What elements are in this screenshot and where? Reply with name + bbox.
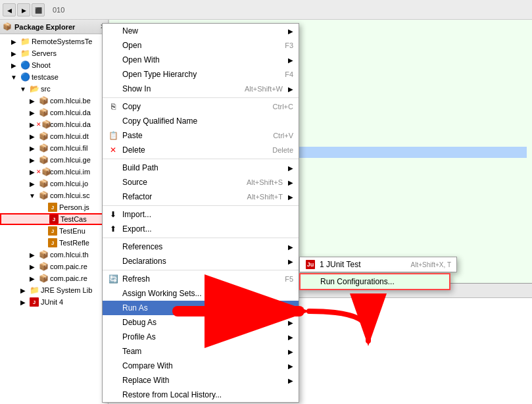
runas-arrow: ▶ [288, 305, 293, 312]
showin-arrow: ▶ [288, 86, 293, 93]
openwith-icon [108, 55, 118, 65]
submenu-runconfig-item[interactable]: Run Configurations... [301, 274, 449, 289]
menu-item-restorefromlocalhistory[interactable]: Restore from Local History... [103, 388, 299, 402]
debugas-icon [108, 317, 118, 328]
menu-item-showin[interactable]: Show In Alt+Shift+W ▶ [103, 82, 299, 96]
restorefromlocalhistory-icon [108, 390, 118, 400]
menu-item-runas[interactable]: Run As ▶ [103, 301, 299, 315]
declarations-icon [108, 256, 118, 266]
refactor-icon [108, 191, 118, 202]
package-icon: 📦 [39, 108, 48, 117]
menu-item-export[interactable]: ⬆ Export... [103, 222, 299, 236]
menu-item-import[interactable]: ⬇ Import... [103, 207, 299, 222]
package-explorer-panel: 📦 Package Explorer ✕ ▶ 📁 RemoteSystemsTe… [0, 20, 109, 404]
separator-4 [103, 238, 299, 238]
menu-item-openwith[interactable]: Open With ▶ [103, 53, 299, 67]
package-icon: 📦 [39, 132, 48, 141]
tree-item-label: TestEnu [59, 227, 85, 235]
tree-item-src[interactable]: ▼ 📂 src [0, 83, 108, 95]
tree-item-label: com.hlcui.th [50, 251, 89, 259]
toolbar-btn-3[interactable]: ⬛ [32, 3, 45, 16]
menu-item-refactor-label: Refactor [122, 192, 234, 201]
menu-item-comparewith[interactable]: Compare With ▶ [103, 359, 299, 373]
menu-item-source-label: Source [122, 178, 233, 187]
references-arrow: ▶ [288, 243, 293, 251]
menu-item-open[interactable]: Open F3 [103, 38, 299, 53]
export-icon: ⬆ [108, 224, 118, 234]
junit-shortcut: Alt+Shift+X, T [410, 261, 451, 268]
tree-item-jre[interactable]: ▶ 📁 JRE System Lib [0, 284, 108, 296]
tree-item-pkg8[interactable]: ▶ 📦 com.hlcui.jo [0, 178, 108, 189]
menu-item-openwith-label: Open With [122, 55, 283, 64]
refactor-shortcut: Alt+Shift+T [247, 193, 283, 201]
tree-item-testcase[interactable]: ▼ 🔵 testcase [0, 71, 108, 83]
tree-item-label: com.hlcui.fil [50, 144, 87, 152]
tree-item-pkg11[interactable]: ▶ 📦 com.paic.re [0, 261, 108, 272]
tree-item-pkg6[interactable]: ▶ 📦 com.hlcui.ge [0, 154, 108, 166]
source-arrow: ▶ [288, 179, 293, 186]
menu-item-refresh[interactable]: 🔄 Refresh F5 [103, 272, 299, 286]
menu-item-opentypehierarchy[interactable]: Open Type Hierarchy F4 [103, 67, 299, 82]
menu-item-replacewith[interactable]: Replace With ▶ [103, 373, 299, 388]
tree-item-pkg12[interactable]: ▶ 📦 com.paic.re [0, 272, 108, 284]
tree-item-pkg2[interactable]: ▶ 📦 com.hlcui.da [0, 107, 108, 118]
profileas-arrow: ▶ [288, 334, 293, 341]
menu-item-source[interactable]: Source Alt+Shift+S ▶ [103, 175, 299, 189]
menu-item-delete[interactable]: ✕ Delete Delete [103, 143, 299, 157]
tree-item-testenum[interactable]: J TestEnu [0, 225, 108, 237]
menu-item-refactor[interactable]: Refactor Alt+Shift+T ▶ [103, 189, 299, 204]
junit-icon: J [49, 215, 59, 224]
tree-item-person[interactable]: J Person.js [0, 201, 108, 213]
menu-item-opentypehierarchy-label: Open Type Hierarchy [122, 70, 272, 79]
toolbar-btn-2[interactable]: ▶ [17, 3, 30, 16]
tree-item-pkg7[interactable]: ▶ ✕📦 com.hlcui.im [0, 166, 108, 178]
tree-item-remotesystems[interactable]: ▶ 📁 RemoteSystemsTe [0, 36, 108, 47]
tree-item-pkg4[interactable]: ▶ 📦 com.hlcui.dt [0, 130, 108, 142]
menu-item-copyqualified[interactable]: Copy Qualified Name [103, 114, 299, 128]
menu-item-references[interactable]: References ▶ [103, 240, 299, 254]
package-icon: 📦 [39, 155, 48, 164]
tree-item-label: com.hlcui.ge [50, 156, 91, 164]
tree-item-pkg9[interactable]: ▼ 📦 com.hlcui.sc [0, 189, 108, 201]
menu-item-assignworkingsets[interactable]: Assign Working Sets... [103, 286, 299, 301]
tree-item-servers[interactable]: ▶ 📁 Servers [0, 47, 108, 59]
toolbar-btn-1[interactable]: ◀ [3, 3, 16, 16]
tree-item-shoot[interactable]: ▶ 🔵 Shoot [0, 59, 108, 71]
openwith-arrow: ▶ [288, 57, 293, 64]
submenu-runas-junit[interactable]: Ju 1 JUnit Test Alt+Shift+X, T [300, 257, 456, 272]
tree-item-testcase-file[interactable]: J TestCas [0, 213, 108, 225]
expand-icon: ▶ [28, 262, 37, 271]
menu-item-new[interactable]: New ▶ [103, 24, 299, 38]
toolbar: ◀ ▶ ⬛ 010 [0, 0, 532, 20]
menu-item-copy[interactable]: ⎘ Copy Ctrl+C [103, 99, 299, 114]
tree-item-pkg1[interactable]: ▶ 📦 com.hlcui.be [0, 95, 108, 107]
package-icon: 📦 [39, 274, 48, 283]
menu-item-profileas[interactable]: Profile As ▶ [103, 330, 299, 344]
tree-item-label: com.hlcui.da [50, 120, 91, 128]
menu-item-buildpath[interactable]: Build Path ▶ [103, 161, 299, 175]
tree-item-pkg10[interactable]: ▶ 📦 com.hlcui.th [0, 249, 108, 261]
showin-icon [108, 84, 118, 94]
tree-item-pkg3[interactable]: ▶ ✕📦 com.hlcui.da [0, 118, 108, 130]
menu-item-debugas[interactable]: Debug As ▶ [103, 315, 299, 330]
expand-icon: ▶ [28, 179, 37, 188]
tree-area: ▶ 📁 RemoteSystemsTe ▶ 📁 Servers ▶ 🔵 Shoo… [0, 34, 108, 309]
tree-item-label: com.hlcui.da [50, 109, 91, 116]
expand-icon: ▶ [28, 250, 37, 259]
submenu-runas: Ju 1 JUnit Test Alt+Shift+X, T [299, 257, 457, 272]
tree-item-junit4[interactable]: ▶ J JUnit 4 [0, 296, 108, 308]
java-icon3: J [48, 238, 57, 247]
java-icon: J [48, 203, 57, 212]
separator-5 [103, 270, 299, 270]
tree-item-label: TestCas [60, 215, 87, 223]
menu-item-new-label: New [122, 26, 283, 36]
menu-item-declarations[interactable]: Declarations ▶ [103, 254, 299, 268]
tree-item-label: RemoteSystemsTe [32, 38, 92, 45]
menu-item-paste[interactable]: 📋 Paste Ctrl+V [103, 128, 299, 143]
tree-item-testrefle[interactable]: J TestRefle [0, 237, 108, 249]
tree-item-pkg5[interactable]: ▶ 📦 com.hlcui.fil [0, 142, 108, 154]
tree-item-label: Shoot [32, 61, 51, 69]
package-explorer-icon: 📦 [3, 22, 12, 31]
java-icon2: J [48, 226, 57, 236]
menu-item-team[interactable]: Team ▶ [103, 344, 299, 359]
